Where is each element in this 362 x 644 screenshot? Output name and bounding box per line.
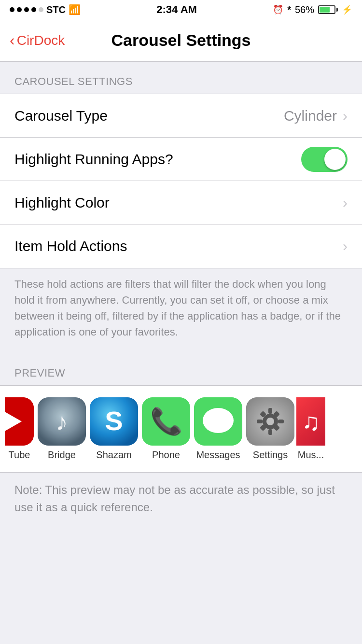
preview-apps-list: Tube ♪ Bridge (0, 397, 362, 461)
settings-icon (246, 397, 294, 446)
page-title: Carousel Settings (111, 31, 251, 50)
alarm-icon: ⏰ (273, 4, 283, 15)
status-bar: STC 📶 2:34 AM ⏰ * 56% ⚡ (0, 0, 362, 19)
app-label: Tube (9, 449, 30, 461)
battery-icon (318, 5, 338, 14)
list-item: Messages (192, 397, 244, 461)
list-item: ♪ Bridge (36, 397, 88, 461)
carousel-type-row[interactable]: Carousel Type Cylinder › (0, 94, 362, 138)
back-button[interactable]: ‹ CirDock (10, 31, 65, 49)
status-right: ⏰ * 56% ⚡ (273, 4, 352, 15)
time-label: 2:34 AM (156, 3, 197, 16)
item-hold-right: › (343, 238, 348, 254)
navigation-bar: ‹ CirDock Carousel Settings (0, 19, 362, 62)
preview-note: Note: This preview may not be as accurat… (0, 473, 362, 525)
back-label: CirDock (17, 33, 65, 48)
battery-percent: 56% (295, 4, 314, 15)
list-item: 📞 Phone (140, 397, 192, 461)
carousel-type-right: Cylinder › (284, 108, 348, 124)
carousel-settings-table: Carousel Type Cylinder › Highlight Runni… (0, 94, 362, 268)
messages-icon (194, 397, 242, 446)
app-label: Shazam (96, 449, 131, 461)
svg-rect-15 (268, 429, 272, 435)
list-item: S Shazam (88, 397, 140, 461)
bluetooth-icon: * (287, 4, 291, 15)
carrier-label: STC (46, 4, 66, 15)
music-icon: ♫ (296, 397, 325, 446)
svg-rect-16 (257, 420, 263, 423)
bridge-icon: ♪ (38, 397, 86, 446)
app-label: Settings (253, 449, 288, 461)
highlight-color-label: Highlight Color (14, 195, 110, 211)
toggle-knob (324, 149, 346, 170)
highlight-color-row[interactable]: Highlight Color › (0, 181, 362, 224)
youtube-icon (5, 397, 34, 446)
shazam-icon: S (90, 397, 138, 446)
highlight-toggle-right (301, 147, 348, 172)
svg-rect-14 (268, 408, 272, 414)
app-label: Bridge (48, 449, 76, 461)
charging-icon: ⚡ (342, 4, 352, 15)
svg-text:♪: ♪ (56, 408, 68, 435)
app-label: Phone (152, 449, 180, 461)
chevron-right-icon: › (343, 108, 348, 124)
highlight-running-apps-label: Highlight Running Apps? (14, 151, 173, 168)
app-label: Messages (196, 449, 240, 461)
back-chevron-icon: ‹ (10, 31, 15, 49)
chevron-right-icon: › (343, 195, 348, 211)
carousel-settings-header: CAROUSEL SETTINGS (0, 62, 362, 94)
svg-text:📞: 📞 (150, 406, 183, 437)
list-item: Settings (244, 397, 296, 461)
highlight-running-apps-row[interactable]: Highlight Running Apps? (0, 138, 362, 181)
highlight-running-toggle[interactable] (301, 147, 348, 172)
svg-point-9 (203, 408, 234, 433)
list-item: ♫ Mus... (296, 397, 325, 461)
item-hold-actions-row[interactable]: Item Hold Actions › (0, 224, 362, 268)
list-item: Tube (5, 397, 34, 461)
chevron-right-icon: › (343, 238, 348, 254)
svg-rect-17 (278, 420, 284, 423)
status-left: STC 📶 (10, 4, 81, 15)
carousel-type-label: Carousel Type (14, 108, 108, 124)
svg-text:♫: ♫ (302, 408, 320, 435)
svg-text:S: S (105, 406, 123, 436)
signal-dots (10, 7, 43, 12)
app-label: Mus... (298, 449, 324, 461)
carousel-type-value: Cylinder (284, 108, 337, 124)
highlight-color-right: › (343, 195, 348, 211)
hold-actions-footer: These hold actions are filters that will… (0, 268, 362, 353)
wifi-icon: 📶 (69, 4, 81, 15)
preview-header: PREVIEW (0, 353, 362, 385)
preview-container: Tube ♪ Bridge (0, 385, 362, 473)
item-hold-actions-label: Item Hold Actions (14, 238, 127, 254)
svg-point-13 (266, 418, 274, 425)
phone-icon: 📞 (142, 397, 190, 446)
